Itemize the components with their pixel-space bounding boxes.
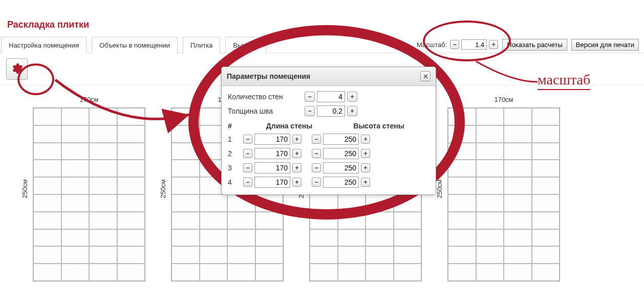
- close-icon: ✕: [423, 73, 428, 80]
- wall-height-minus[interactable]: −: [312, 149, 321, 158]
- wall-len-input[interactable]: [254, 134, 290, 145]
- wall-len-minus[interactable]: −: [243, 163, 252, 172]
- dialog-header[interactable]: Параметры помещения ✕: [222, 67, 436, 86]
- wall-row: 1−+−+: [228, 132, 430, 146]
- wall-height-minus[interactable]: −: [312, 178, 321, 187]
- tile-grid-1[interactable]: [33, 107, 145, 281]
- wall-height-label: 250см: [436, 179, 443, 198]
- scale-plus-button[interactable]: +: [489, 40, 498, 49]
- wall-len-input[interactable]: [254, 162, 290, 173]
- wall-width-label: 170см: [33, 96, 145, 103]
- wall-height-plus[interactable]: +: [361, 178, 370, 187]
- tab-room-settings[interactable]: Настройка помещения: [1, 37, 87, 53]
- wall-height-input[interactable]: [323, 148, 359, 159]
- tab-tile[interactable]: Плитка: [183, 37, 220, 53]
- scale-label: Масштаб:: [417, 41, 447, 49]
- walls-count-plus[interactable]: +: [347, 92, 357, 102]
- wall-height-minus[interactable]: −: [312, 135, 321, 144]
- wall-len-input[interactable]: [254, 177, 290, 188]
- dialog-close-button[interactable]: ✕: [420, 71, 431, 81]
- dialog-body: Количество стен − + Толщина шва − + # Дл…: [222, 86, 436, 194]
- wall-len-minus[interactable]: −: [243, 149, 252, 158]
- wall-row-num: 3: [228, 164, 243, 172]
- wall-height-plus[interactable]: +: [361, 149, 370, 158]
- tabs-row: Настройка помещения Объекты в помещении …: [0, 36, 644, 53]
- walls-count-minus[interactable]: −: [305, 92, 315, 102]
- wall-height-plus[interactable]: +: [361, 163, 370, 172]
- seam-minus[interactable]: −: [305, 106, 315, 116]
- wall-row: 3−+−+: [228, 161, 430, 175]
- wall-row-num: 2: [228, 149, 243, 158]
- seam-plus[interactable]: +: [347, 106, 357, 116]
- wall-len-plus[interactable]: +: [292, 149, 302, 158]
- tab-objects[interactable]: Объекты в помещении: [92, 37, 178, 53]
- wall-height-input[interactable]: [323, 177, 359, 188]
- wall-row: 2−+−+: [228, 146, 430, 161]
- seam-label: Толщина шва: [228, 107, 305, 115]
- settings-button[interactable]: [6, 58, 28, 80]
- wall-len-input[interactable]: [254, 148, 290, 159]
- wall-len-plus[interactable]: +: [292, 163, 302, 172]
- walls-count-label: Количество стен: [228, 93, 305, 101]
- show-calculations-button[interactable]: Показать расчеты: [502, 39, 567, 51]
- dialog-title: Параметры помещения: [227, 72, 310, 80]
- wall-height-input[interactable]: [323, 134, 359, 145]
- page-title: Раскладка плитки: [0, 0, 644, 36]
- wall-height-label: 250см: [21, 179, 29, 198]
- room-params-dialog: Параметры помещения ✕ Количество стен − …: [221, 67, 436, 195]
- tile: [33, 108, 61, 125]
- wall-len-plus[interactable]: +: [292, 135, 302, 144]
- wall-len-minus[interactable]: −: [243, 178, 252, 187]
- gear-icon: [11, 62, 23, 76]
- wall-width-label: 170см: [447, 96, 560, 103]
- wall-row-num: 4: [228, 178, 243, 186]
- wall-len-plus[interactable]: +: [292, 178, 302, 187]
- wall-preview-1: 170см 250см: [33, 96, 145, 281]
- col-header-num: #: [228, 122, 243, 130]
- print-version-button[interactable]: Версия для печати: [571, 39, 639, 51]
- walls-count-input[interactable]: [317, 91, 345, 102]
- wall-preview-4: 170см 250см: [447, 96, 560, 281]
- scale-minus-button[interactable]: −: [450, 40, 459, 49]
- seam-input[interactable]: [317, 105, 345, 117]
- col-header-height: Высота стены: [335, 122, 422, 130]
- scale-input[interactable]: [461, 39, 487, 50]
- col-header-length: Длина стены: [243, 122, 335, 130]
- wall-len-minus[interactable]: −: [243, 135, 252, 144]
- wall-row: 4−+−+: [228, 175, 430, 189]
- wall-height-minus[interactable]: −: [312, 163, 321, 172]
- tile-grid-4[interactable]: [447, 107, 560, 281]
- wall-height-plus[interactable]: +: [361, 135, 370, 144]
- wall-row-num: 1: [228, 135, 243, 143]
- tab-layout[interactable]: Выкла...: [225, 37, 266, 53]
- wall-height-label: 250см: [159, 179, 167, 198]
- wall-height-input[interactable]: [323, 162, 359, 173]
